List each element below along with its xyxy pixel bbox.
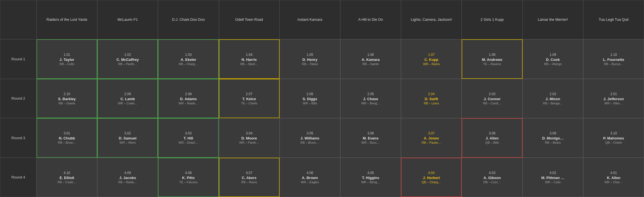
pick-name-3-09: D. Montgo… [542, 136, 564, 140]
pick-pos-4-08: TE – Falcons [179, 180, 198, 184]
pick-name-3-07: A. Jones [424, 136, 439, 140]
pick-cell-2-02: 2.02J. MixonRB – Benga… [523, 79, 583, 118]
draft-board: Raiders of the Lost YardsMcLaurin F1D.J.… [0, 0, 644, 197]
pick-number-4-04: 4.04 [428, 171, 435, 175]
pick-number-2-02: 2.02 [550, 92, 556, 96]
pick-pos-4-03: RB – Com… [484, 180, 501, 184]
pick-number-4-03: 4.03 [489, 171, 495, 175]
pick-name-1-01: J. Taylor [60, 58, 74, 62]
pick-pos-3-09: RB – Bears [545, 141, 561, 144]
pick-number-3-05: 3.05 [307, 131, 313, 135]
pick-pos-1-06: RB – Saints [362, 62, 379, 66]
pick-pos-2-07: TE – Chiefs [241, 102, 257, 105]
pick-number-2-07: 2.07 [246, 92, 252, 96]
pick-pos-3-06: WR – Bucc… [361, 141, 380, 144]
pick-cell-1-06: 1.06A. KamaraRB – Saints [340, 39, 401, 79]
pick-pos-3-05: RB – Bronc… [300, 141, 319, 144]
pick-name-2-03: J. Conner [484, 97, 501, 101]
pick-pos-2-05: WR – Beng… [361, 102, 380, 105]
pick-cell-3-01: 3.01N. ChubbRB – Brow… [37, 118, 97, 157]
pick-name-3-08: J. Allen [486, 136, 499, 140]
pick-cell-4-07: 4.07C. AkersRB – Rams [219, 158, 280, 197]
pick-pos-1-08: TE – Ravens [483, 62, 501, 66]
pick-number-1-07: 1.07 [428, 53, 435, 57]
pick-number-1-02: 1.02 [124, 53, 131, 57]
pick-pos-2-10: RB – Giants [58, 102, 75, 105]
pick-pos-2-06: WR – Bills [303, 102, 317, 105]
header-team-10: Tua Legit Tua Quit [583, 0, 644, 39]
pick-name-2-07: T. Kelce [242, 97, 256, 101]
pick-number-3-04: 3.04 [246, 131, 252, 135]
pick-number-3-01: 3.01 [64, 131, 70, 135]
pick-name-2-05: J. Chase [363, 97, 378, 101]
pick-name-2-04: D. Swift [425, 97, 438, 101]
pick-pos-2-09: WR – Cowb… [118, 102, 137, 105]
pick-cell-1-04: 1.04N. HarrisRB – Steel… [219, 39, 280, 79]
pick-cell-1-07: 1.07C. KuppWR – Rams [401, 39, 462, 79]
pick-pos-4-04: QB – Charg… [422, 180, 441, 184]
pick-name-3-02: D. Samuel [119, 136, 137, 140]
pick-name-3-01: N. Chubb [59, 136, 75, 140]
pick-cell-4-09: 4.09J. JacobsRB – Raide… [97, 158, 158, 197]
pick-name-2-06: S. Diggs [303, 97, 317, 101]
pick-cell-4-10: 4.10E. ElliottRB – Cowb… [37, 158, 97, 197]
pick-number-2-06: 2.06 [307, 92, 313, 96]
pick-pos-1-09: RB – Vikings [544, 62, 562, 66]
pick-number-2-01: 2.01 [610, 92, 617, 96]
pick-number-3-08: 3.08 [489, 131, 495, 135]
header-team-2: McLaurin F1 [97, 0, 158, 39]
pick-name-1-03: A. Ekeler [181, 58, 196, 62]
pick-name-1-02: C. McCaffrey [117, 58, 139, 62]
pick-cell-3-09: 3.09D. Montgo…RB – Bears [523, 118, 583, 157]
pick-number-3-03: 3.03 [185, 131, 192, 135]
header-team-8: 2 Girls 1 Kupp [462, 0, 522, 39]
pick-pos-3-01: RB – Brow… [58, 141, 76, 144]
pick-pos-2-02: RB – Benga… [543, 102, 563, 105]
pick-cell-1-02: 1.02C. McCaffreyRB – Panth… [97, 39, 158, 79]
pick-pos-4-05: WR – Beng… [361, 180, 380, 184]
pick-number-4-09: 4.09 [124, 171, 131, 175]
pick-cell-3-06: 3.06M. EvansWR – Bucc… [340, 118, 401, 157]
pick-number-3-07: 3.07 [428, 131, 435, 135]
pick-name-4-09: J. Jacobs [119, 176, 136, 180]
pick-number-3-10: 3.10 [610, 131, 617, 135]
pick-pos-1-02: RB – Panth… [118, 62, 137, 66]
pick-pos-1-07: WR – Rams [423, 62, 440, 66]
pick-name-3-10: P. Mahomes [603, 136, 624, 140]
pick-cell-4-03: 4.03A. GibsonRB – Com… [462, 158, 522, 197]
pick-number-1-01: 1.01 [64, 53, 70, 57]
pick-cell-3-04: 3.04D. MooreWR – Panth… [219, 118, 280, 157]
pick-pos-3-02: WR – 49ers [119, 141, 136, 144]
pick-name-4-03: A. Gibson [484, 176, 501, 180]
header-team-9: Lamar the Merrier! [523, 0, 583, 39]
pick-cell-3-02: 3.02D. SamuelWR – 49ers [97, 118, 158, 157]
pick-name-1-06: A. Kamara [362, 58, 380, 62]
pick-pos-2-03: RB – Cardi… [483, 102, 501, 105]
pick-cell-4-01: 4.01K. AllenWR – Char… [583, 158, 644, 197]
pick-cell-2-06: 2.06S. DiggsWR – Bills [280, 79, 340, 118]
pick-number-2-09: 2.09 [124, 92, 131, 96]
pick-number-2-08: 2.08 [185, 92, 192, 96]
pick-pos-4-07: RB – Rams [241, 180, 257, 184]
pick-number-2-05: 2.05 [367, 92, 374, 96]
pick-cell-1-10: 1.10L. FournetteRB – Bucca… [583, 39, 644, 79]
pick-number-1-05: 1.05 [307, 53, 313, 57]
pick-name-2-08: D. Adams [180, 97, 197, 101]
pick-cell-3-03: 3.03T. HillWR – Dolph… [158, 118, 219, 157]
pick-name-1-09: D. Cook [546, 58, 560, 62]
pick-name-2-01: J. Jefferson [603, 97, 624, 101]
pick-name-4-07: C. Akers [242, 176, 257, 180]
pick-number-4-06: 4.06 [307, 171, 313, 175]
pick-name-4-06: A. Brown [302, 176, 318, 180]
header-team-5: Instant Kamara [280, 0, 340, 39]
header-team-4: Odell Town Road [219, 0, 280, 39]
pick-pos-1-05: RB – Titans [302, 62, 318, 66]
pick-cell-1-01: 1.01J. TaylorRB – Colts [37, 39, 97, 79]
pick-pos-3-08: QB – Bills [485, 141, 499, 144]
pick-name-1-05: D. Henry [302, 58, 317, 62]
round-label-round-4: Round 4 [0, 158, 37, 197]
pick-name-3-04: D. Moore [241, 136, 257, 140]
pick-cell-2-05: 2.05J. ChaseWR – Beng… [340, 79, 401, 118]
pick-pos-2-08: WR – Raide… [178, 102, 198, 105]
pick-pos-2-01: WR – Vikin… [604, 102, 623, 105]
